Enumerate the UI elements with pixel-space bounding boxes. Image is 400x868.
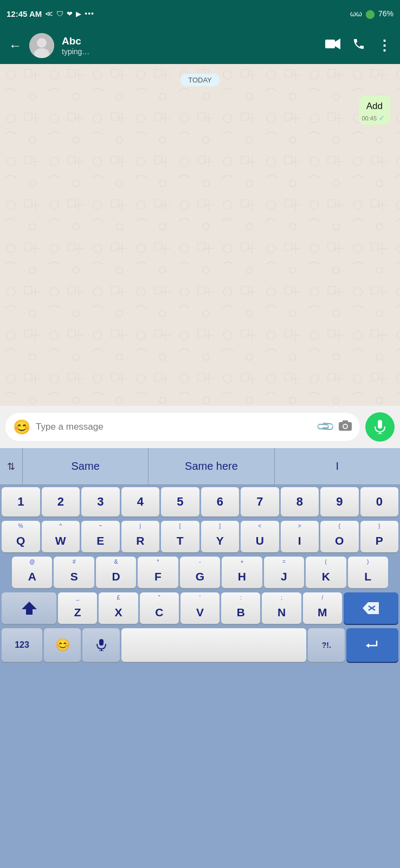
key-p[interactable]: }P xyxy=(360,521,399,552)
key-3[interactable]: 3 xyxy=(81,487,120,516)
voice-call-button[interactable] xyxy=(352,37,365,54)
attach-icon[interactable]: 📎 xyxy=(315,417,336,437)
svg-rect-12 xyxy=(343,420,348,423)
input-wrapper: 😊 📎 xyxy=(5,413,360,441)
key-f[interactable]: *F xyxy=(138,557,178,588)
message-bubble: Add 00:45 ✓ xyxy=(359,95,390,125)
battery-text: 76% xyxy=(378,9,393,18)
message-tick: ✓ xyxy=(379,114,385,122)
avatar[interactable] xyxy=(29,33,54,58)
enter-key[interactable] xyxy=(346,628,398,662)
autocomplete-same-here[interactable]: Same here xyxy=(149,448,274,484)
mic-key[interactable] xyxy=(82,628,119,662)
number-row: 1 2 3 4 5 6 7 8 9 0 xyxy=(0,485,400,519)
more-options-button[interactable]: ⋮ xyxy=(377,39,391,53)
backspace-key[interactable] xyxy=(344,592,398,624)
key-8[interactable]: 8 xyxy=(281,487,319,516)
key-v[interactable]: 'V xyxy=(180,592,220,624)
status-bar: 12:45 AM ≪ 🛡 ❤ ▶ ••• ωω ⬤ 76% xyxy=(0,0,400,27)
key-t[interactable]: [T xyxy=(161,521,199,552)
key-4[interactable]: 4 xyxy=(121,487,160,516)
autocomplete-row: ⇅ Same Same here I xyxy=(0,448,400,485)
key-w[interactable]: ^W xyxy=(42,521,80,552)
key-9[interactable]: 9 xyxy=(320,487,359,516)
key-2[interactable]: 2 xyxy=(42,487,80,516)
camera-icon[interactable] xyxy=(338,420,352,434)
svg-point-1 xyxy=(37,38,47,48)
key-k[interactable]: (K xyxy=(306,557,346,588)
status-icon-dots: ••• xyxy=(85,9,94,18)
key-0[interactable]: 0 xyxy=(360,487,399,516)
key-1[interactable]: 1 xyxy=(2,487,40,516)
svg-rect-19 xyxy=(99,639,104,646)
status-time: 12:45 AM xyxy=(7,9,42,18)
key-a[interactable]: @A xyxy=(12,557,52,588)
autocomplete-same[interactable]: Same xyxy=(23,448,149,484)
status-icon-shield: 🛡 xyxy=(56,10,63,18)
autocomplete-arrow[interactable]: ⇅ xyxy=(0,448,23,484)
emoji-button[interactable]: 😊 xyxy=(13,419,30,436)
key-g[interactable]: -G xyxy=(180,557,220,588)
key-n[interactable]: ;N xyxy=(262,592,301,624)
shift-key[interactable] xyxy=(2,592,56,624)
message-time: 00:45 xyxy=(362,115,377,122)
zxcv-row: _Z £X "C 'V :B ;N /M xyxy=(0,590,400,626)
qwerty-row: %Q ^W ~E |R [T ]Y <U >I {O }P xyxy=(0,519,400,554)
key-q[interactable]: %Q xyxy=(2,521,40,552)
autocomplete-i[interactable]: I xyxy=(275,448,400,484)
asdf-row: @A #S &D *F -G +H =J (K )L xyxy=(0,554,400,590)
special-label: ?!. xyxy=(322,641,331,649)
svg-rect-3 xyxy=(325,40,335,48)
keyboard: ⇅ Same Same here I 1 2 3 4 5 6 7 8 9 0 %… xyxy=(0,448,400,868)
key-7[interactable]: 7 xyxy=(241,487,279,516)
key-i[interactable]: >I xyxy=(281,521,319,552)
app-bar-actions: ⋮ xyxy=(325,37,391,54)
key-5[interactable]: 5 xyxy=(161,487,199,516)
key-d[interactable]: &D xyxy=(96,557,136,588)
message-input[interactable] xyxy=(36,422,313,432)
video-call-button[interactable] xyxy=(325,39,340,53)
key-l[interactable]: )L xyxy=(348,557,388,588)
key-b[interactable]: :B xyxy=(221,592,260,624)
date-badge: TODAY xyxy=(180,74,220,86)
key-z[interactable]: _Z xyxy=(58,592,97,624)
app-bar: ← Abc typing… ⋮ xyxy=(0,27,400,64)
svg-rect-8 xyxy=(0,64,400,406)
message-text: Add xyxy=(366,101,383,111)
key-h[interactable]: +H xyxy=(222,557,262,588)
svg-marker-4 xyxy=(335,39,340,49)
contact-status: typing… xyxy=(62,47,318,56)
special-key[interactable]: ?!. xyxy=(308,628,345,662)
bottom-row: 123 😊 ?!. xyxy=(0,626,400,664)
status-right: ωω ⬤ 76% xyxy=(350,9,393,19)
num-toggle-label: 123 xyxy=(15,640,29,650)
emoji-key[interactable]: 😊 xyxy=(44,628,81,662)
key-s[interactable]: #S xyxy=(54,557,94,588)
key-6[interactable]: 6 xyxy=(201,487,240,516)
key-c[interactable]: "C xyxy=(140,592,179,624)
back-button[interactable]: ← xyxy=(9,38,22,53)
svg-point-11 xyxy=(344,425,347,428)
message-meta: 00:45 ✓ xyxy=(362,114,385,122)
chat-area: TODAY Add 00:45 ✓ xyxy=(0,64,400,406)
key-r[interactable]: |R xyxy=(121,521,160,552)
key-e[interactable]: ~E xyxy=(81,521,120,552)
status-left: 12:45 AM ≪ 🛡 ❤ ▶ ••• xyxy=(7,9,94,18)
mic-button[interactable] xyxy=(365,412,395,442)
key-o[interactable]: {O xyxy=(320,521,359,552)
key-j[interactable]: =J xyxy=(264,557,304,588)
battery-circle: ⬤ xyxy=(365,9,375,19)
key-u[interactable]: <U xyxy=(241,521,279,552)
key-x[interactable]: £X xyxy=(99,592,138,624)
key-m[interactable]: /M xyxy=(303,592,342,624)
status-icon-heart: ❤ xyxy=(67,10,73,18)
status-icon-play: ▶ xyxy=(76,10,81,18)
status-icon-1: ≪ xyxy=(45,9,53,18)
space-key[interactable] xyxy=(121,628,306,662)
svg-marker-16 xyxy=(22,602,37,615)
signal-icon: ωω xyxy=(350,9,362,18)
key-y[interactable]: ]Y xyxy=(201,521,240,552)
num-toggle-key[interactable]: 123 xyxy=(2,628,42,662)
svg-marker-22 xyxy=(366,643,369,648)
svg-rect-13 xyxy=(378,420,382,429)
